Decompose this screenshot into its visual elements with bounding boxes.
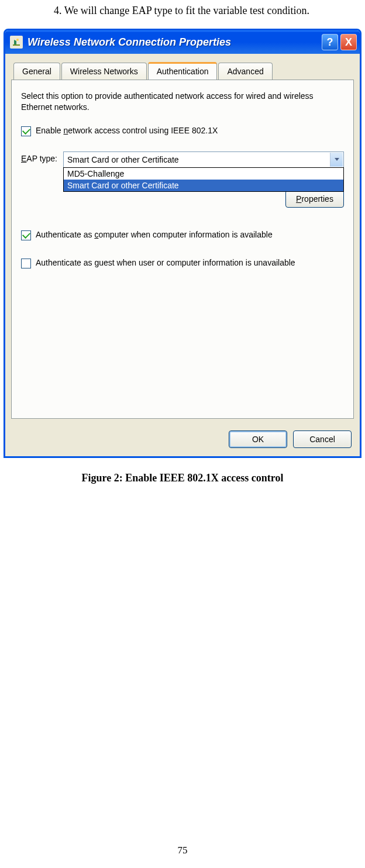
svg-point-1 bbox=[16, 39, 19, 41]
properties-dialog: Wireless Network Connection Properties ?… bbox=[4, 29, 361, 458]
window-icon bbox=[10, 36, 23, 49]
panel-description: Select this option to provide authentica… bbox=[21, 91, 344, 113]
enable-8021x-label: Enable network access control using IEEE… bbox=[36, 126, 218, 135]
eap-type-label: EAP type: bbox=[21, 151, 57, 163]
auth-as-computer-row[interactable]: Authenticate as computer when computer i… bbox=[21, 230, 344, 240]
auth-as-computer-checkbox[interactable] bbox=[21, 230, 31, 240]
window-title: Wireless Network Connection Properties bbox=[27, 36, 322, 49]
ok-button[interactable]: OK bbox=[229, 430, 287, 448]
close-button[interactable]: X bbox=[340, 34, 357, 50]
titlebar[interactable]: Wireless Network Connection Properties ?… bbox=[5, 30, 360, 54]
help-button[interactable]: ? bbox=[322, 34, 338, 50]
eap-type-display[interactable]: Smart Card or other Certificate bbox=[63, 151, 344, 168]
auth-as-guest-row[interactable]: Authenticate as guest when user or compu… bbox=[21, 258, 344, 268]
eap-option-md5[interactable]: MD5-Challenge bbox=[64, 168, 343, 180]
auth-as-guest-checkbox[interactable] bbox=[21, 259, 31, 268]
properties-button[interactable]: PPropertiesroperties bbox=[285, 190, 344, 208]
eap-type-row: EAP type: Smart Card or other Certificat… bbox=[21, 151, 344, 168]
eap-type-dropdown[interactable]: MD5-Challenge Smart Card or other Certif… bbox=[63, 167, 344, 192]
authentication-panel: Select this option to provide authentica… bbox=[11, 80, 354, 419]
tab-authentication[interactable]: Authentication bbox=[148, 62, 218, 80]
dialog-footer: OK Cancel bbox=[5, 425, 360, 456]
eap-selected-text: Smart Card or other Certificate bbox=[67, 155, 179, 164]
tab-advanced[interactable]: Advanced bbox=[218, 63, 272, 80]
eap-type-combo[interactable]: Smart Card or other Certificate MD5-Chal… bbox=[63, 151, 344, 168]
tab-wireless-networks[interactable]: Wireless Networks bbox=[61, 63, 147, 80]
cancel-button[interactable]: Cancel bbox=[293, 430, 352, 448]
tab-strip: General Wireless Networks Authentication… bbox=[5, 54, 360, 80]
properties-row: PPropertiesroperties bbox=[21, 190, 344, 208]
eap-option-smartcard[interactable]: Smart Card or other Certificate bbox=[64, 180, 343, 191]
chevron-down-icon[interactable] bbox=[330, 153, 343, 167]
enable-8021x-row[interactable]: Enable network access control using IEEE… bbox=[21, 126, 344, 136]
auth-as-guest-label: Authenticate as guest when user or compu… bbox=[36, 258, 295, 267]
enable-8021x-checkbox[interactable] bbox=[21, 126, 31, 136]
dialog-container: Wireless Network Connection Properties ?… bbox=[4, 29, 361, 458]
svg-rect-0 bbox=[13, 44, 20, 46]
figure-caption: Figure 2: Enable IEEE 802.1X access cont… bbox=[0, 472, 365, 484]
page-intro-text: 4. We will change EAP type to fit the va… bbox=[0, 0, 365, 17]
page-number: 75 bbox=[0, 845, 365, 856]
tab-general[interactable]: General bbox=[13, 63, 60, 80]
auth-as-computer-label: Authenticate as computer when computer i… bbox=[36, 230, 273, 239]
